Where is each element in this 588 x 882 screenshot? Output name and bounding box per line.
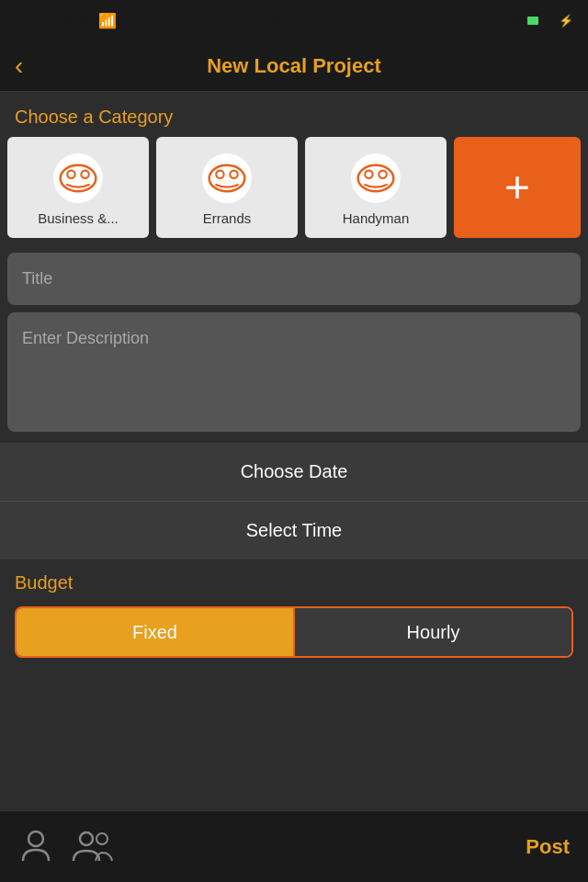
svg-point-10 — [80, 832, 93, 845]
wifi-icon: 📶 — [98, 12, 117, 29]
description-input[interactable] — [7, 312, 581, 432]
status-left: Airtel 📶 — [15, 12, 117, 29]
hourly-budget-button[interactable]: Hourly — [293, 608, 571, 656]
handyman-logo-icon — [356, 164, 395, 193]
nav-bar: ‹ New Local Project — [0, 40, 588, 92]
budget-label: Budget — [15, 572, 573, 594]
signal-icon — [15, 17, 58, 24]
category-icon-business — [53, 153, 103, 203]
form-section — [0, 253, 588, 435]
select-time-button[interactable]: Select Time — [0, 502, 588, 560]
svg-point-5 — [230, 170, 237, 177]
svg-point-11 — [96, 833, 107, 844]
select-time-label: Select Time — [246, 520, 342, 540]
status-bar: Airtel 📶 8:16 pm ➤ 52% ⚡ — [0, 0, 588, 40]
svg-point-8 — [379, 170, 386, 177]
status-time: 8:16 pm — [271, 12, 324, 28]
svg-point-1 — [67, 170, 74, 177]
page-title: New Local Project — [207, 54, 381, 78]
category-label-handyman: Handyman — [343, 210, 410, 226]
battery-percent: 52% — [494, 13, 520, 28]
status-right: ➤ 52% ⚡ — [479, 13, 573, 28]
post-button[interactable]: Post — [526, 835, 570, 859]
add-category-button[interactable]: + — [454, 137, 581, 238]
category-section-label: Choose a Category — [0, 92, 588, 137]
choose-date-button[interactable]: Choose Date — [0, 443, 588, 502]
main-content: Choose a Category Business &... — [0, 92, 588, 671]
person-icon — [18, 828, 53, 863]
group-icon — [72, 828, 114, 863]
back-button[interactable]: ‹ — [15, 53, 23, 79]
business-logo-icon — [59, 164, 97, 193]
category-icon-errands — [202, 153, 252, 203]
svg-point-2 — [81, 170, 88, 177]
tab-icons — [18, 828, 114, 866]
category-item-business[interactable]: Business &... — [7, 137, 149, 238]
category-icon-handyman — [351, 153, 401, 203]
battery-icon — [526, 15, 553, 27]
date-time-section: Choose Date Select Time — [0, 443, 588, 560]
add-icon: + — [504, 165, 530, 209]
errands-logo-icon — [208, 164, 246, 193]
location-icon: ➤ — [479, 14, 489, 28]
fixed-budget-button[interactable]: Fixed — [17, 608, 293, 656]
category-item-handyman[interactable]: Handyman — [305, 137, 447, 238]
category-item-errands[interactable]: Errands — [156, 137, 298, 238]
svg-point-7 — [365, 170, 372, 177]
title-input[interactable] — [7, 253, 581, 305]
group-tab-button[interactable] — [72, 828, 114, 866]
bolt-icon: ⚡ — [559, 14, 573, 28]
carrier-label: Airtel — [63, 13, 93, 28]
category-label-business: Business &... — [38, 210, 119, 226]
svg-point-4 — [216, 170, 223, 177]
category-label-errands: Errands — [203, 210, 252, 226]
budget-toggle: Fixed Hourly — [15, 606, 573, 658]
profile-tab-button[interactable] — [18, 828, 53, 866]
choose-date-label: Choose Date — [241, 461, 348, 481]
svg-point-9 — [28, 831, 43, 846]
tab-bar: Post — [0, 810, 588, 882]
category-grid: Business &... Errands — [0, 137, 588, 253]
budget-section: Budget Fixed Hourly — [0, 560, 588, 671]
